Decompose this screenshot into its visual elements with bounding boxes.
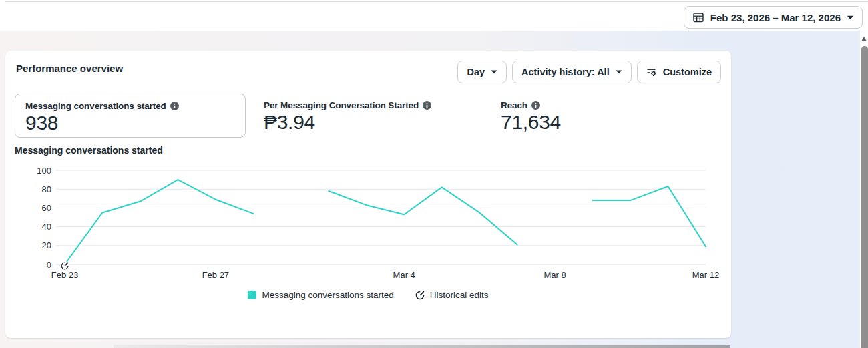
metric-card-messaging-conversations[interactable]: Messaging conversations started 938 [15,94,246,138]
metric-label: Messaging conversations started [25,101,166,111]
scrollbar-up-arrow-icon[interactable] [861,37,867,41]
chart-title: Messaging conversations started [15,145,163,156]
svg-text:20: 20 [42,240,51,250]
metric-value: 938 [25,112,235,134]
customize-label: Customize [663,67,712,77]
top-header-bar: Feb 23, 2026 – Mar 12, 2026 [0,0,868,31]
metric-value: ₱3.94 [264,111,431,134]
page-title: Performance overview [16,63,123,74]
chevron-down-icon [616,70,622,74]
legend-item-series[interactable]: Messaging conversations started [248,290,393,300]
date-range-label: Feb 23, 2026 – Mar 12, 2026 [710,12,841,23]
svg-text:60: 60 [42,203,51,213]
metric-label: Reach [501,100,527,110]
metric-value: 71,634 [501,111,561,134]
svg-text:0: 0 [47,260,51,270]
activity-history-label: Activity history: All [521,67,610,77]
metric-cards-row: Messaging conversations started 938 Per … [5,94,731,138]
svg-text:40: 40 [42,222,51,232]
info-icon[interactable] [423,101,431,110]
info-icon[interactable] [531,101,540,110]
svg-text:80: 80 [42,184,51,194]
svg-text:100: 100 [37,166,51,176]
granularity-label: Day [467,67,485,77]
svg-text:Feb 23: Feb 23 [51,270,78,280]
historical-edit-marker-icon [60,261,69,271]
metric-label: Per Messaging Conversation Started [264,100,419,110]
line-chart: 020406080100Feb 23Feb 27Mar 4Mar 8Mar 12 [13,164,721,284]
chevron-down-icon [491,70,497,74]
historical-edits-icon [415,291,425,300]
date-range-picker[interactable]: Feb 23, 2026 – Mar 12, 2026 [684,6,863,29]
svg-text:Mar 8: Mar 8 [544,270,566,280]
legend-historical-edits-label: Historical edits [430,290,489,300]
svg-text:Mar 4: Mar 4 [393,270,415,280]
metric-card-per-conversation-cost[interactable]: Per Messaging Conversation Started ₱3.94 [254,94,441,140]
svg-text:Mar 12: Mar 12 [692,270,719,280]
chart-legend: Messaging conversations started Historic… [5,290,731,300]
calendar-icon [692,11,704,23]
chart-controls: Day Activity history: All [457,61,721,83]
chevron-down-icon [847,15,854,20]
info-icon[interactable] [170,102,179,110]
scrollbar-thumb[interactable] [861,46,868,348]
legend-item-historical-edits[interactable]: Historical edits [415,290,489,300]
metric-card-reach[interactable]: Reach 71,634 [491,94,571,140]
customize-sliders-icon [646,67,657,77]
next-section-shadow [114,345,730,348]
series-color-swatch [248,291,256,299]
top-divider [5,1,868,2]
customize-button[interactable]: Customize [637,61,721,83]
granularity-dropdown[interactable]: Day [457,61,507,83]
activity-history-dropdown[interactable]: Activity history: All [512,61,632,83]
performance-overview-card: Performance overview Day Activity histor… [5,51,731,338]
legend-series-label: Messaging conversations started [262,290,393,300]
vertical-scrollbar[interactable] [859,31,868,348]
svg-text:Feb 27: Feb 27 [202,270,229,280]
